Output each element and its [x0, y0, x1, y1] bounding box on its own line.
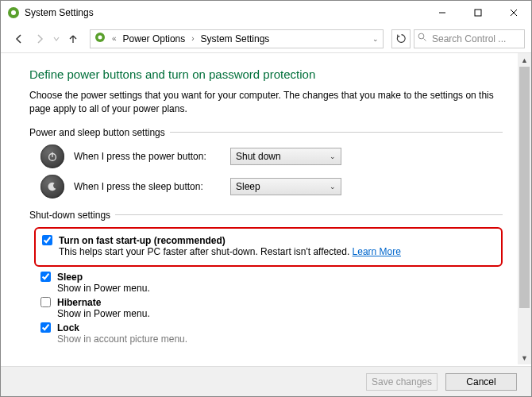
address-bar[interactable]: « Power Options › System Settings ⌄: [90, 29, 384, 48]
fast-startup-highlight: Turn on fast start-up (recommended) This…: [34, 227, 503, 267]
lock-option-row: Lock Show in account picture menu.: [40, 322, 503, 345]
fast-startup-subtext: This helps start your PC faster after sh…: [59, 246, 353, 257]
hibernate-option-sub: Show in Power menu.: [57, 308, 503, 319]
svg-point-7: [98, 36, 102, 40]
section-shutdown-label: Shut-down settings: [29, 210, 110, 221]
hibernate-checkbox[interactable]: [40, 297, 51, 307]
section-shutdown: Shut-down settings: [29, 210, 503, 221]
sleep-icon: [40, 175, 64, 198]
maximize-button[interactable]: [460, 1, 495, 25]
vertical-scrollbar[interactable]: ▲ ▼: [518, 53, 531, 364]
fast-startup-label: Turn on fast start-up (recommended): [59, 235, 226, 246]
power-button-row: When I press the power button: Shut down…: [40, 145, 503, 168]
fast-startup-sub: This helps start your PC faster after sh…: [59, 246, 495, 257]
footer-bar: Save changes Cancel: [1, 366, 531, 396]
cancel-button[interactable]: Cancel: [445, 373, 517, 391]
breadcrumb-chevron: «: [110, 34, 119, 43]
save-changes-button[interactable]: Save changes: [366, 373, 438, 391]
section-power-sleep: Power and sleep button settings: [29, 127, 503, 138]
hibernate-option-row: Hibernate Show in Power menu.: [40, 297, 503, 319]
scroll-track[interactable]: [518, 67, 531, 351]
app-icon: [7, 6, 20, 19]
power-button-label: When I press the power button:: [74, 151, 221, 162]
page-description: Choose the power settings that you want …: [29, 89, 503, 116]
breadcrumb-icon: [94, 31, 106, 46]
sleep-option-sub: Show in Power menu.: [57, 283, 503, 294]
chevron-right-icon: ›: [189, 34, 196, 43]
back-button[interactable]: [10, 30, 28, 48]
title-bar: System Settings: [1, 1, 531, 25]
fast-startup-checkbox[interactable]: [42, 235, 52, 245]
svg-point-8: [418, 33, 424, 39]
scroll-up-button[interactable]: ▲: [518, 53, 531, 67]
svg-point-1: [11, 10, 16, 15]
sleep-checkbox[interactable]: [40, 272, 51, 282]
search-icon: [418, 33, 427, 44]
sleep-button-label: When I press the sleep button:: [74, 181, 221, 192]
fast-startup-row: Turn on fast start-up (recommended) This…: [42, 235, 495, 257]
divider: [170, 132, 503, 133]
search-placeholder: Search Control ...: [432, 33, 506, 44]
sleep-button-select[interactable]: Sleep ⌄: [230, 178, 341, 195]
hibernate-option-label: Hibernate: [57, 297, 101, 308]
svg-rect-3: [475, 10, 481, 16]
close-button[interactable]: [495, 1, 531, 25]
chevron-down-icon: ⌄: [330, 152, 336, 160]
search-input[interactable]: Search Control ...: [414, 29, 525, 48]
breadcrumb-power-options[interactable]: Power Options: [122, 33, 187, 44]
scroll-down-button[interactable]: ▼: [518, 351, 531, 364]
section-power-sleep-label: Power and sleep button settings: [29, 127, 165, 138]
chevron-down-icon: ⌄: [330, 183, 336, 191]
page-heading: Define power buttons and turn on passwor…: [29, 67, 503, 81]
forward-button[interactable]: [31, 30, 48, 48]
recent-dropdown[interactable]: [52, 30, 61, 48]
power-button-select[interactable]: Shut down ⌄: [230, 148, 341, 165]
learn-more-link[interactable]: Learn More: [353, 246, 401, 257]
breadcrumb-system-settings[interactable]: System Settings: [200, 33, 271, 44]
power-icon: [40, 145, 64, 168]
sleep-option-label: Sleep: [57, 272, 83, 283]
window-title: System Settings: [25, 7, 424, 18]
nav-toolbar: « Power Options › System Settings ⌄ Sear…: [1, 25, 531, 53]
lock-option-sub: Show in account picture menu.: [57, 333, 503, 345]
scroll-thumb[interactable]: [519, 67, 530, 308]
lock-option-label: Lock: [57, 322, 79, 333]
address-dropdown-icon[interactable]: ⌄: [370, 35, 381, 43]
divider: [115, 214, 503, 215]
lock-checkbox[interactable]: [40, 322, 51, 333]
power-button-value: Shut down: [236, 151, 281, 162]
sleep-button-value: Sleep: [236, 181, 260, 192]
svg-line-9: [424, 39, 426, 41]
window-controls: [424, 1, 531, 25]
content-area: Define power buttons and turn on passwor…: [1, 53, 531, 364]
sleep-option-row: Sleep Show in Power menu.: [40, 272, 503, 294]
up-button[interactable]: [64, 30, 82, 48]
minimize-button[interactable]: [424, 1, 460, 25]
refresh-button[interactable]: [391, 29, 411, 48]
sleep-button-row: When I press the sleep button: Sleep ⌄: [40, 175, 503, 198]
